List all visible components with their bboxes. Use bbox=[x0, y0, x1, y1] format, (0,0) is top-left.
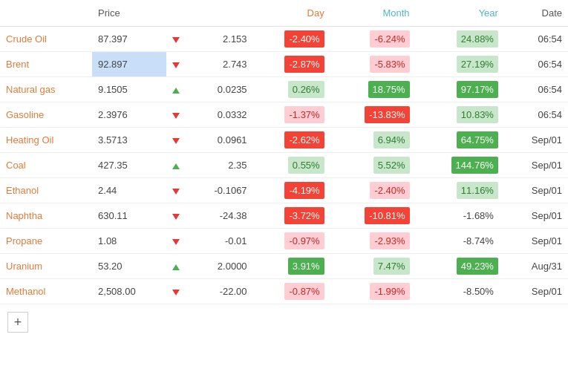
row-price: 2,508.00 bbox=[92, 279, 166, 304]
down-arrow-icon bbox=[172, 239, 180, 245]
row-direction-arrow bbox=[166, 77, 186, 102]
down-arrow-icon bbox=[172, 138, 180, 144]
row-change: -24.38 bbox=[186, 203, 252, 229]
table-row[interactable]: Heating Oil3.57130.0961-2.62%6.94%64.75%… bbox=[0, 128, 568, 153]
header-arrow bbox=[166, 0, 186, 27]
row-name: Uranium bbox=[0, 254, 92, 279]
row-price: 92.897 bbox=[92, 52, 166, 77]
row-year-pct: -1.68% bbox=[416, 203, 504, 229]
add-row-button[interactable]: + bbox=[7, 312, 28, 333]
up-arrow-icon bbox=[172, 88, 180, 94]
row-direction-arrow bbox=[166, 254, 186, 279]
row-year-pct: 64.75% bbox=[416, 128, 504, 153]
row-day-pct: -0.87% bbox=[253, 279, 330, 304]
row-month-pct: -2.40% bbox=[330, 178, 416, 203]
row-price: 2.3976 bbox=[92, 102, 166, 128]
up-arrow-icon bbox=[172, 264, 180, 270]
row-change: 0.0961 bbox=[186, 128, 252, 153]
row-date: Sep/01 bbox=[504, 203, 568, 229]
header-price: Price bbox=[92, 0, 166, 27]
row-day-pct: -2.62% bbox=[253, 128, 330, 153]
row-day-pct: -0.97% bbox=[253, 229, 330, 254]
row-price: 87.397 bbox=[92, 27, 166, 52]
row-price: 53.20 bbox=[92, 254, 166, 279]
row-direction-arrow bbox=[166, 153, 186, 178]
row-name: Crude Oil bbox=[0, 27, 92, 52]
commodities-table: Price Day Month Year Date Crude Oil87.39… bbox=[0, 0, 568, 304]
row-change: -22.00 bbox=[186, 279, 252, 304]
down-arrow-icon bbox=[172, 189, 180, 195]
up-arrow-icon bbox=[172, 163, 180, 169]
row-year-pct: 27.19% bbox=[416, 52, 504, 77]
table-row[interactable]: Ethanol2.44-0.1067-4.19%-2.40%11.16%Sep/… bbox=[0, 178, 568, 203]
row-year-pct: 97.17% bbox=[416, 77, 504, 102]
row-year-pct: 10.83% bbox=[416, 102, 504, 128]
row-year-pct: 24.88% bbox=[416, 27, 504, 52]
table-row[interactable]: Propane1.08-0.01-0.97%-2.93%-8.74%Sep/01 bbox=[0, 229, 568, 254]
row-change: 2.35 bbox=[186, 153, 252, 178]
down-arrow-icon bbox=[172, 62, 180, 68]
header-year: Year bbox=[416, 0, 504, 27]
row-date: Sep/01 bbox=[504, 153, 568, 178]
row-change: 2.0000 bbox=[186, 254, 252, 279]
row-month-pct: 6.94% bbox=[330, 128, 416, 153]
row-day-pct: -2.40% bbox=[253, 27, 330, 52]
table-row[interactable]: Gasoline2.39760.0332-1.37%-13.83%10.83%0… bbox=[0, 102, 568, 128]
row-day-pct: 3.91% bbox=[253, 254, 330, 279]
row-direction-arrow bbox=[166, 203, 186, 229]
row-price: 9.1505 bbox=[92, 77, 166, 102]
row-date: 06:54 bbox=[504, 102, 568, 128]
row-month-pct: -5.83% bbox=[330, 52, 416, 77]
row-direction-arrow bbox=[166, 102, 186, 128]
row-price: 3.5713 bbox=[92, 128, 166, 153]
row-date: Aug/31 bbox=[504, 254, 568, 279]
row-name: Natural gas bbox=[0, 77, 92, 102]
row-direction-arrow bbox=[166, 27, 186, 52]
row-month-pct: -1.99% bbox=[330, 279, 416, 304]
header-change bbox=[186, 0, 252, 27]
row-price: 630.11 bbox=[92, 203, 166, 229]
row-name: Ethanol bbox=[0, 178, 92, 203]
row-month-pct: -2.93% bbox=[330, 229, 416, 254]
row-month-pct: -13.83% bbox=[330, 102, 416, 128]
row-day-pct: 0.26% bbox=[253, 77, 330, 102]
row-month-pct: -6.24% bbox=[330, 27, 416, 52]
row-change: -0.1067 bbox=[186, 178, 252, 203]
row-year-pct: -8.50% bbox=[416, 279, 504, 304]
row-name: Brent bbox=[0, 52, 92, 77]
table-row[interactable]: Uranium53.202.00003.91%7.47%49.23%Aug/31 bbox=[0, 254, 568, 279]
row-change: 2.153 bbox=[186, 27, 252, 52]
table-row[interactable]: Natural gas9.15050.02350.26%18.75%97.17%… bbox=[0, 77, 568, 102]
table-row[interactable]: Crude Oil87.3972.153-2.40%-6.24%24.88%06… bbox=[0, 27, 568, 52]
row-change: 2.743 bbox=[186, 52, 252, 77]
row-direction-arrow bbox=[166, 279, 186, 304]
row-name: Propane bbox=[0, 229, 92, 254]
down-arrow-icon bbox=[172, 37, 180, 43]
row-day-pct: 0.55% bbox=[253, 153, 330, 178]
table-row[interactable]: Brent92.8972.743-2.87%-5.83%27.19%06:54 bbox=[0, 52, 568, 77]
row-month-pct: -10.81% bbox=[330, 203, 416, 229]
row-price: 427.35 bbox=[92, 153, 166, 178]
table-row[interactable]: Naphtha630.11-24.38-3.72%-10.81%-1.68%Se… bbox=[0, 203, 568, 229]
row-name: Methanol bbox=[0, 279, 92, 304]
row-change: 0.0332 bbox=[186, 102, 252, 128]
table-row[interactable]: Methanol2,508.00-22.00-0.87%-1.99%-8.50%… bbox=[0, 279, 568, 304]
row-name: Heating Oil bbox=[0, 128, 92, 153]
row-price: 2.44 bbox=[92, 178, 166, 203]
header-day: Day bbox=[253, 0, 330, 27]
row-date: 06:54 bbox=[504, 77, 568, 102]
row-year-pct: 11.16% bbox=[416, 178, 504, 203]
row-month-pct: 18.75% bbox=[330, 77, 416, 102]
commodities-table-container: Price Day Month Year Date Crude Oil87.39… bbox=[0, 0, 568, 340]
row-price: 1.08 bbox=[92, 229, 166, 254]
row-name: Naphtha bbox=[0, 203, 92, 229]
row-name: Coal bbox=[0, 153, 92, 178]
table-row[interactable]: Coal427.352.350.55%5.52%144.76%Sep/01 bbox=[0, 153, 568, 178]
row-direction-arrow bbox=[166, 229, 186, 254]
header-date: Date bbox=[504, 0, 568, 27]
row-date: 06:54 bbox=[504, 52, 568, 77]
row-name: Gasoline bbox=[0, 102, 92, 128]
header-month: Month bbox=[330, 0, 416, 27]
row-year-pct: 144.76% bbox=[416, 153, 504, 178]
down-arrow-icon bbox=[172, 113, 180, 119]
